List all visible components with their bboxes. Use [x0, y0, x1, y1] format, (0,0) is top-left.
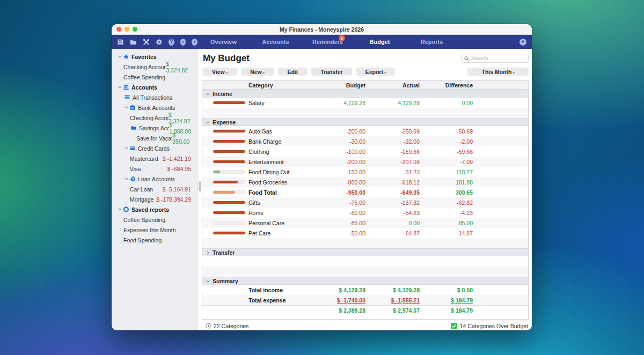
chevron-down-icon[interactable] — [123, 177, 129, 181]
category-cell: Clothing — [248, 149, 325, 155]
category-cell: Salary — [248, 100, 325, 106]
nav-tab-overview[interactable]: Overview — [197, 39, 250, 45]
sidebar-item-saved-reports[interactable]: Saved reports — [112, 204, 197, 215]
help-icon[interactable]: ? — [169, 39, 174, 46]
budget-row-salary[interactable]: Salary4,129.284,129.280.00 — [202, 98, 528, 108]
scrollbar-thumb[interactable] — [199, 181, 201, 191]
budget-row-gifts[interactable]: Gifts-75.00-137.32-62.32 — [202, 197, 528, 208]
sidebar-item-label: Mortgage — [130, 196, 153, 203]
chevron-right-icon[interactable] — [206, 249, 210, 256]
actual-cell: -32.00 — [365, 138, 420, 145]
budget-progress-fill — [213, 150, 245, 153]
chevron-down-icon[interactable] — [206, 91, 210, 97]
sidebar-item-expenses-this-month[interactable]: Expenses this Month — [112, 225, 197, 235]
sidebar-item-credit-cards[interactable]: Credit Cards — [112, 143, 197, 153]
sidebar-item-save-for-vacati[interactable]: Save for Vacati...$ 350.00 — [112, 133, 197, 143]
nav-tab-accounts[interactable]: Accounts — [250, 39, 302, 45]
edit-button[interactable]: Edit — [278, 68, 307, 76]
actual-cell: 0.00 — [365, 220, 420, 226]
budget-row-bank-charge[interactable]: Bank Charge-30.00-32.00-2.00 — [202, 136, 528, 146]
section-header-expense[interactable]: Expense — [202, 118, 528, 126]
chevron-down-icon[interactable] — [206, 119, 210, 125]
sidebar-item-label: Car Loan — [130, 186, 153, 193]
budget-cell: $ -1,740.00 — [325, 297, 365, 304]
column-header-budget: Budget — [325, 82, 365, 88]
budget-progress-fill — [213, 101, 245, 104]
sidebar-item-visa[interactable]: Visa$ -684.95 — [112, 164, 197, 174]
back-icon[interactable]: ‹ — [180, 39, 186, 46]
export-button[interactable]: Export▾ — [356, 68, 396, 76]
progress-bar-cell — [202, 160, 248, 164]
budget-row-food-total[interactable]: Food Total-950.00-649.35300.65 — [202, 187, 528, 197]
sidebar-item-accounts[interactable]: Accounts — [112, 82, 197, 92]
progress-bar-cell — [202, 139, 248, 143]
new-button[interactable]: New▾ — [241, 68, 274, 76]
account-balance: $ -178,394.29 — [156, 196, 197, 203]
difference-cell: 118.77 — [420, 169, 473, 175]
budget-row-personal-care[interactable]: Personal Care-85.000.0085.00 — [202, 218, 528, 228]
budget-cell: -50.00 — [325, 210, 365, 216]
search-input[interactable] — [471, 55, 525, 61]
budget-row-total[interactable]: $ 2,389.28$ 2,574.07$ 184.79 — [202, 305, 528, 315]
sidebar-item-car-loan[interactable]: Car Loan$ -5,164.91 — [112, 184, 197, 194]
sidebar-item-mastercard[interactable]: Mastercard$ -1,421.19 — [112, 153, 197, 164]
budget-row-total-expense[interactable]: Total expense$ -1,740.00$ -1,555.21$ 184… — [202, 295, 528, 305]
budget-row-food-groceries[interactable]: Food:Groceries-800.00-618.12181.88 — [202, 177, 528, 187]
checkbox-checked-icon[interactable] — [451, 323, 457, 329]
view-button[interactable]: View▾ — [203, 68, 237, 76]
nav-tab-reports[interactable]: Reports — [406, 39, 458, 45]
over-budget-status: 14 Categories Over Budget — [451, 323, 528, 329]
sidebar-item-coffee-spending[interactable]: Coffee Spending — [112, 72, 197, 82]
difference-cell: -7.09 — [420, 159, 473, 165]
sidebar-item-label: Food Spending — [123, 237, 162, 243]
chevron-down-icon[interactable] — [117, 208, 122, 211]
save-icon[interactable] — [117, 39, 124, 46]
sidebar-item-coffee-spending[interactable]: Coffee Spending — [112, 215, 197, 225]
progress-bar-cell — [202, 180, 248, 184]
sidebar-item-label: Visa — [130, 166, 141, 172]
sidebar-item-label: Favorites — [131, 54, 157, 60]
actual-cell: -137.32 — [365, 199, 420, 206]
sidebar-item-label: All Transactions — [133, 94, 172, 101]
budget-progress-track — [213, 160, 246, 164]
chevron-down-icon[interactable] — [123, 106, 129, 109]
sidebar-item-food-spending[interactable]: Food Spending — [112, 235, 197, 245]
search-box[interactable] — [461, 54, 529, 63]
budget-row-entertainment[interactable]: Entertainment-200.00-207.09-7.09 — [202, 157, 528, 167]
budget-row-clothing[interactable]: Clothing-100.00-159.66-59.66 — [202, 146, 528, 157]
sidebar-item-loan-accounts[interactable]: $Loan Accounts — [112, 174, 197, 184]
sidebar-scrollbar[interactable] — [197, 49, 202, 330]
chevron-down-icon[interactable] — [117, 85, 122, 89]
add-button[interactable]: + — [519, 39, 526, 46]
tools-icon[interactable] — [143, 39, 150, 46]
sidebar-item-all-transactions[interactable]: All Transactions — [112, 92, 197, 102]
difference-cell: -50.69 — [420, 128, 473, 135]
nav-tab-reminders[interactable]: Reminders2 — [302, 39, 354, 45]
chevron-down-icon[interactable] — [123, 146, 129, 150]
period-selector-button[interactable]: This Month▾ — [467, 68, 529, 76]
categories-count: 22 Categories — [206, 323, 248, 329]
forward-icon[interactable]: › — [192, 39, 197, 46]
chevron-down-icon[interactable] — [117, 55, 122, 58]
chevron-down-icon[interactable] — [206, 278, 210, 284]
budget-row-home[interactable]: Home-50.00-54.23-4.23 — [202, 208, 528, 218]
sidebar-item-mortgage[interactable]: Mortgage$ -178,394.29 — [112, 194, 197, 204]
categories-count-label: 22 Categories — [214, 323, 248, 329]
difference-cell: -2.00 — [420, 138, 473, 145]
category-cell: Gifts — [248, 199, 325, 206]
budget-row-food-dining-out[interactable]: Food:Dining Out-150.00-31.23118.77 — [202, 167, 528, 177]
budget-row-total-income[interactable]: Total income$ 4,129.28$ 4,129.28$ 0.00 — [202, 285, 528, 295]
budget-cell: -950.00 — [325, 189, 365, 196]
open-folder-icon[interactable] — [130, 39, 137, 46]
transfer-button[interactable]: Transfer — [311, 68, 352, 76]
section-header-transfer[interactable]: Transfer — [202, 248, 528, 256]
budget-row-auto-gas[interactable]: Auto:Gas-200.00-250.69-50.69 — [202, 126, 528, 136]
settings-icon[interactable] — [156, 39, 163, 46]
budget-row-pet-care[interactable]: Pet Care-50.00-64.87-14.87 — [202, 228, 528, 238]
section-header-income[interactable]: Income — [202, 90, 528, 98]
budget-cell: -85.00 — [325, 220, 365, 226]
budget-progress-fill — [213, 171, 220, 173]
nav-tab-budget[interactable]: Budget — [354, 39, 406, 45]
section-header-summary[interactable]: Summary — [202, 277, 528, 285]
sidebar-item-checking-account[interactable]: Checking Account$ 3,324.82 — [112, 62, 197, 72]
